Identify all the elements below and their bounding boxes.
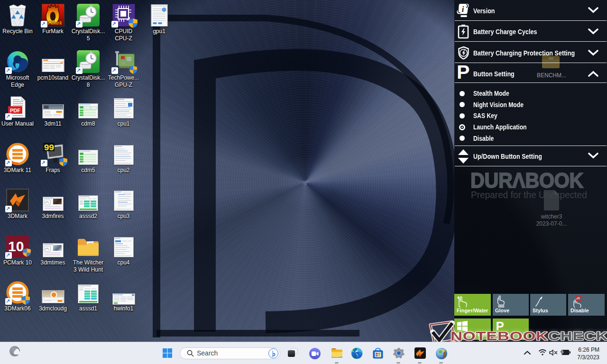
svg-text:99: 99 xyxy=(44,143,54,153)
svg-text:FMark: FMark xyxy=(48,20,62,26)
svg-text:PDF: PDF xyxy=(10,108,20,113)
svg-text:10: 10 xyxy=(8,238,24,254)
svg-text:i: i xyxy=(462,5,464,14)
